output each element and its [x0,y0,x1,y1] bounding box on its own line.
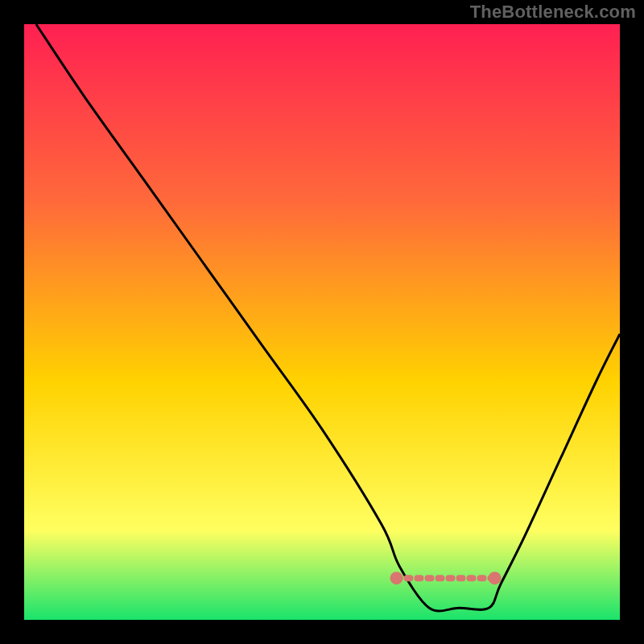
plot-svg [24,24,620,620]
gradient-background [24,24,620,620]
chart-frame: TheBottleneck.com [0,0,644,644]
optimal-range-start-dot [390,572,403,584]
plot-area [24,24,620,620]
optimal-range-end-dot [489,572,502,584]
watermark-text: TheBottleneck.com [470,2,636,23]
